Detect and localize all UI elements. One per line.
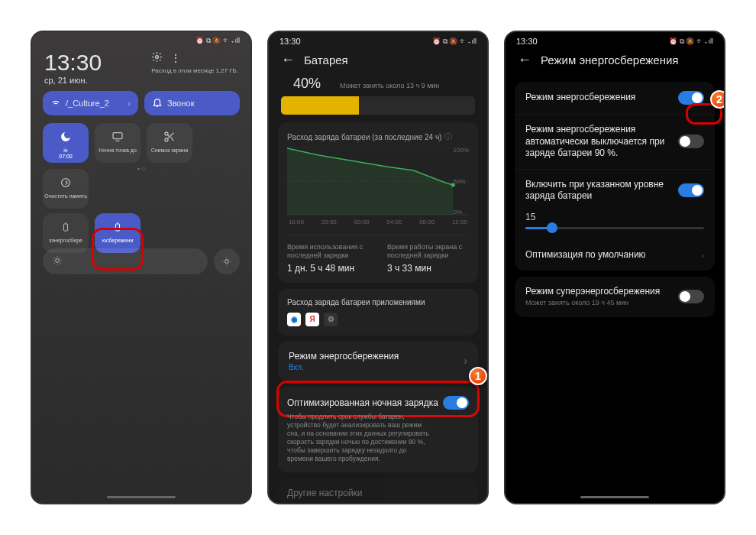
- svg-point-4: [62, 179, 70, 187]
- svg-point-2: [165, 132, 168, 135]
- battery-percent: 40%: [281, 76, 333, 91]
- night-toggle[interactable]: [443, 396, 469, 410]
- battery-bar: [281, 96, 475, 115]
- more-vert-icon[interactable]: ⋮: [170, 52, 181, 64]
- svg-point-10: [225, 260, 229, 264]
- status-bar: ⏰ ⧉ 🔕 ᯤ ₊ıll: [32, 32, 250, 47]
- moon-icon: [58, 129, 73, 144]
- tile-clear-memory[interactable]: Очистить память: [43, 169, 89, 209]
- page-title: Батарея: [304, 54, 348, 66]
- tile-screenshot[interactable]: Снимок экрана: [147, 123, 192, 163]
- tile-hotspot[interactable]: Ночна точка до: [95, 123, 141, 163]
- back-arrow-icon[interactable]: ←: [281, 52, 295, 68]
- bell-icon: [152, 97, 163, 109]
- page-title: Режим энергосбережения: [541, 54, 678, 66]
- svg-point-9: [56, 259, 60, 263]
- target-icon: [58, 175, 73, 190]
- stat-screen-label: Время работы экрана с последней зарядки: [387, 243, 469, 260]
- chart-title: Расход заряда батареи (за последние 24 ч…: [287, 133, 441, 141]
- app-icon: ⚙: [324, 313, 338, 326]
- battery-chart: 100% 50% 0%: [287, 147, 469, 216]
- sun-icon: [52, 255, 63, 268]
- battery-icon: [110, 219, 125, 235]
- search-input[interactable]: [43, 248, 208, 274]
- status-time: 13:30: [516, 37, 538, 46]
- svg-rect-7: [116, 224, 120, 231]
- enable-level-toggle[interactable]: [678, 183, 704, 197]
- tile-powersave-2[interactable]: юсбережени: [95, 213, 141, 253]
- super-powersave-toggle[interactable]: [678, 290, 704, 303]
- app-icon: Я: [305, 313, 319, 326]
- phone-screen-battery: 13:30 ⏰ ⧉ 🔕 ᯤ ₊ıll ← Батарея 40% Может з…: [267, 31, 489, 504]
- enable-at-level-row[interactable]: Включить при указанном уровне заряда бат…: [515, 170, 715, 212]
- svg-point-0: [156, 56, 159, 59]
- clock: 13:30: [44, 51, 102, 74]
- cast-icon: [110, 129, 125, 144]
- info-icon[interactable]: ⓘ: [444, 131, 452, 142]
- status-icons: ⏰ ⧉ 🔕 ᯤ ₊ıll: [432, 37, 477, 46]
- auto-off-row[interactable]: Режим энергосбережения автоматически вык…: [515, 115, 715, 170]
- status-time: 13:30: [279, 37, 301, 46]
- default-optimization-row[interactable]: Оптимизация по умолчанию ›: [515, 240, 715, 271]
- chevron-right-icon: ›: [128, 99, 131, 108]
- level-slider[interactable]: [515, 227, 715, 240]
- chart-card[interactable]: Расход заряда батареи (за последние 24 ч…: [278, 122, 478, 283]
- mode-status: Вкл.: [289, 363, 399, 371]
- stat-usage-value: 1 дн. 5 ч 48 мин: [287, 263, 369, 274]
- scissors-icon: [162, 129, 177, 144]
- tile-night-mode[interactable]: ін07:00: [43, 123, 89, 163]
- status-bar: 13:30 ⏰ ⧉ 🔕 ᯤ ₊ıll: [269, 32, 487, 47]
- wifi-name: /_Culture_2: [66, 99, 109, 108]
- status-bar: 13:30 ⏰ ⧉ 🔕 ᯤ ₊ıll: [506, 32, 724, 47]
- powersave-toggle[interactable]: [678, 91, 704, 105]
- back-arrow-icon[interactable]: ←: [518, 52, 531, 68]
- svg-rect-5: [64, 224, 68, 231]
- status-icons: ⏰ ⧉ 🔕 ᯤ ₊ıll: [669, 37, 713, 46]
- tile-powersave-1[interactable]: зэнергосбере: [43, 213, 89, 253]
- battery-bar-fill: [281, 96, 359, 115]
- night-desc: Чтобы продлить срок службы батареи, устр…: [287, 413, 434, 463]
- battery-estimate: Может занять около 13 ч 9 мин: [340, 82, 439, 89]
- wifi-icon: [50, 97, 61, 109]
- ring-label: Звонок: [167, 99, 195, 108]
- super-powersave-row[interactable]: Режим суперэнергосбережения Может занять…: [515, 277, 715, 317]
- home-indicator[interactable]: [580, 496, 649, 498]
- mode-title: Режим энергосбережения: [289, 351, 399, 362]
- chevron-right-icon: ›: [464, 355, 467, 367]
- home-indicator[interactable]: [107, 496, 176, 498]
- svg-point-3: [165, 138, 168, 141]
- apps-label: Расход заряда батареи приложениями: [287, 298, 469, 306]
- svg-rect-1: [113, 133, 122, 139]
- data-usage-text: Расход в этом месяце 1,27 ГБ.: [151, 67, 238, 74]
- wifi-tile[interactable]: /_Culture_2 ›: [43, 91, 138, 115]
- app-usage-row[interactable]: Расход заряда батареи приложениями ◉ Я ⚙: [278, 289, 478, 336]
- chevron-right-icon: ›: [701, 251, 704, 260]
- power-save-mode-row[interactable]: Режим энергосбережения Вкл. ›: [278, 342, 478, 381]
- phone-screen-quicksettings: ⏰ ⧉ 🔕 ᯤ ₊ıll 13:30 ср, 21 июн. ⋮ Расход …: [31, 31, 252, 504]
- date: ср, 21 июн.: [44, 76, 102, 85]
- other-settings-row[interactable]: Другие настройки: [278, 478, 478, 504]
- auto-off-toggle[interactable]: [678, 135, 704, 148]
- ring-tile[interactable]: Звонок: [144, 91, 240, 115]
- settings-gear-icon[interactable]: [151, 51, 163, 64]
- stat-usage-label: Время использования с последней зарядки: [287, 243, 369, 260]
- night-title: Оптимизированная ночная зарядка: [287, 397, 438, 408]
- status-icons: ⏰ ⧉ 🔕 ᯤ ₊ıll: [195, 37, 240, 45]
- powersave-master-row[interactable]: Режим энергосбережения: [515, 82, 715, 115]
- slider-value: 15: [515, 212, 715, 227]
- app-icon: ◉: [287, 313, 301, 326]
- phone-screen-powersave: 13:30 ⏰ ⧉ 🔕 ᯤ ₊ıll ← Режим энергосбереже…: [504, 31, 725, 504]
- night-charge-row[interactable]: Оптимизированная ночная зарядка Чтобы пр…: [278, 387, 478, 472]
- brightness-button[interactable]: [214, 248, 240, 274]
- stat-screen-value: 3 ч 33 мин: [387, 263, 469, 274]
- battery-icon: [58, 219, 73, 235]
